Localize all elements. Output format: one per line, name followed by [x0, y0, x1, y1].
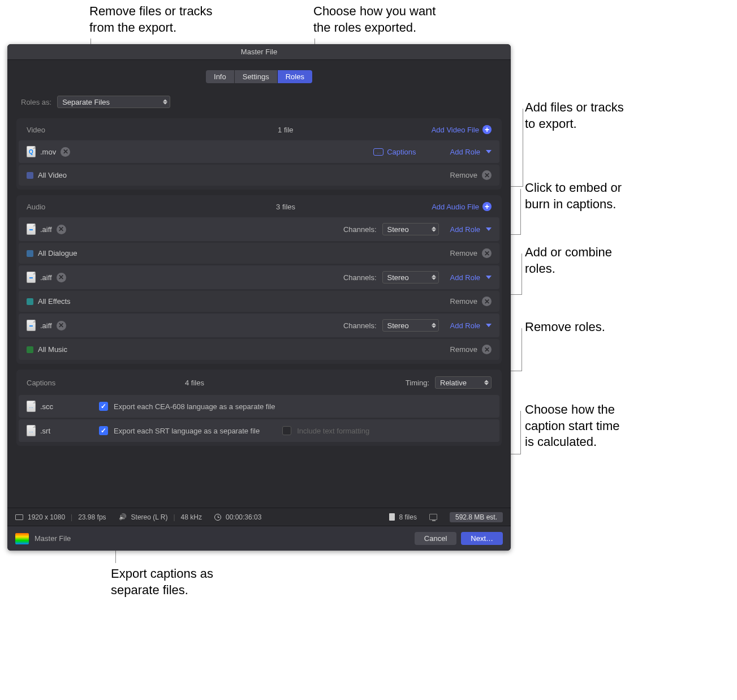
audio-section: Audio 3 files Add Audio File + .aiff Cha…: [16, 195, 502, 364]
remove-file-icon[interactable]: [57, 273, 66, 282]
master-file-icon: [15, 533, 29, 544]
add-video-file-button[interactable]: Add Video File +: [432, 125, 492, 134]
captions-link[interactable]: Captions: [373, 148, 416, 156]
clock-icon: [214, 514, 221, 521]
include-formatting-checkbox[interactable]: [282, 426, 291, 435]
chevron-down-icon: [486, 227, 492, 231]
audio-file-row: .aiff Channels: Stereo Add Role: [19, 217, 499, 241]
close-icon: [482, 170, 492, 180]
export-separate-checkbox[interactable]: [99, 402, 108, 411]
remove-file-icon[interactable]: [57, 225, 66, 234]
status-resolution: 1920 x 1080: [28, 513, 65, 521]
audio-file-ext: .aiff: [40, 225, 52, 234]
channels-select[interactable]: Stereo: [382, 271, 439, 284]
channels-value: Stereo: [387, 225, 409, 234]
callout-line: [521, 328, 522, 371]
role-row: All Effects Remove: [19, 291, 499, 312]
video-file-row: .mov Captions Add Role: [19, 140, 499, 163]
status-timecode: 00:00:36:03: [226, 513, 261, 521]
video-section: Video 1 file Add Video File + .mov Capti…: [16, 118, 502, 190]
channels-label: Channels:: [343, 321, 377, 330]
export-separate-checkbox[interactable]: [99, 426, 108, 435]
role-name: All Dialogue: [38, 249, 450, 257]
callout-remove-files: Remove files or tracks from the export.: [89, 3, 225, 36]
roles-as-value: Separate Files: [62, 98, 110, 106]
monitor-icon: [429, 514, 437, 520]
status-bar: 1920 x 1080 | 23.98 fps Stereo (L R) | 4…: [7, 508, 511, 526]
callout-captions: Click to embed or burn in captions.: [525, 180, 627, 212]
remove-role-button[interactable]: Remove: [450, 248, 492, 258]
role-color-swatch: [27, 298, 33, 305]
add-role-label: Add Role: [450, 225, 480, 234]
caption-desc: Export each CEA-608 language as a separa…: [114, 402, 275, 411]
role-color-swatch: [27, 346, 33, 353]
role-row: All Music Remove: [19, 339, 499, 360]
tab-settings[interactable]: Settings: [235, 70, 278, 83]
aiff-file-icon: [27, 224, 36, 235]
channels-label: Channels:: [343, 225, 377, 234]
caption-ext: .scc: [40, 402, 74, 411]
callout-remove-roles: Remove roles.: [525, 319, 627, 336]
video-header: Video: [27, 126, 140, 134]
remove-role-button[interactable]: Remove: [450, 170, 492, 180]
channels-select[interactable]: Stereo: [382, 319, 439, 332]
tab-roles[interactable]: Roles: [278, 70, 312, 83]
captions-header: Captions: [27, 379, 140, 387]
file-icon: [389, 513, 395, 521]
window-title: Master File: [7, 44, 511, 60]
role-row: All Video Remove: [19, 165, 499, 186]
callout-export-captions: Export captions as separate files.: [111, 566, 235, 598]
remove-role-button[interactable]: Remove: [450, 297, 492, 306]
chevron-down-icon: [486, 150, 492, 153]
captions-file-count: 4 files: [185, 379, 298, 387]
role-name: All Video: [38, 171, 450, 179]
close-icon: [482, 345, 492, 354]
srt-file-icon: [27, 425, 36, 436]
add-role-button[interactable]: Add Role: [450, 225, 492, 234]
captions-icon: [373, 148, 383, 156]
add-role-button[interactable]: Add Role: [450, 273, 492, 282]
tab-info[interactable]: Info: [206, 70, 235, 83]
status-audio: Stereo (L R): [131, 513, 168, 521]
add-audio-file-button[interactable]: Add Audio File +: [432, 202, 492, 211]
remove-label: Remove: [450, 345, 477, 354]
close-icon: [482, 248, 492, 258]
add-role-button[interactable]: Add Role: [450, 148, 492, 156]
channels-value: Stereo: [387, 321, 409, 330]
remove-role-button[interactable]: Remove: [450, 345, 492, 354]
chevron-down-icon: [486, 276, 492, 279]
status-files: 8 files: [399, 513, 417, 521]
remove-label: Remove: [450, 171, 477, 179]
close-icon: [482, 297, 492, 306]
status-size: 592.8 MB est.: [450, 512, 503, 522]
channels-select[interactable]: Stereo: [382, 223, 439, 235]
footer-title: Master File: [35, 534, 410, 543]
add-role-label: Add Role: [450, 273, 480, 282]
chevron-down-icon: [486, 324, 492, 327]
callout-add-combine: Add or combine roles.: [525, 244, 627, 277]
status-fps: 23.98 fps: [78, 513, 106, 521]
timing-select[interactable]: Relative: [435, 376, 492, 389]
plus-icon: +: [482, 125, 492, 134]
mov-file-icon: [27, 146, 36, 157]
screen-icon: [15, 514, 23, 520]
add-role-label: Add Role: [450, 148, 480, 156]
footer: Master File Cancel Next…: [7, 526, 511, 551]
captions-link-label: Captions: [387, 148, 416, 156]
callout-line: [523, 109, 523, 187]
callout-roles-export: Choose how you want the roles exported.: [313, 3, 455, 36]
cancel-button[interactable]: Cancel: [415, 532, 456, 545]
audio-file-row: .aiff Channels: Stereo Add Role: [19, 314, 499, 337]
audio-file-count: 3 files: [140, 203, 432, 211]
role-name: All Music: [38, 345, 450, 354]
audio-file-row: .aiff Channels: Stereo Add Role: [19, 265, 499, 289]
remove-label: Remove: [450, 249, 477, 257]
roles-as-select[interactable]: Separate Files: [57, 96, 170, 108]
callout-line: [520, 189, 521, 235]
next-button[interactable]: Next…: [461, 532, 503, 545]
remove-file-icon[interactable]: [61, 147, 70, 157]
remove-file-icon[interactable]: [57, 321, 66, 330]
aiff-file-icon: [27, 320, 36, 331]
add-role-button[interactable]: Add Role: [450, 321, 492, 330]
audio-file-ext: .aiff: [40, 273, 52, 282]
